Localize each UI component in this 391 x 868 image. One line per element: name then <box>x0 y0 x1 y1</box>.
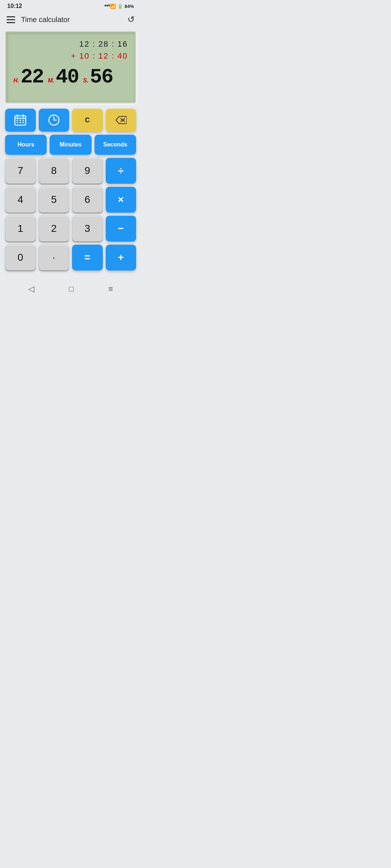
svg-rect-7 <box>17 122 18 123</box>
svg-rect-8 <box>20 122 21 123</box>
app-bar-left: Time calculator <box>7 16 70 24</box>
result-minutes-group: M. 40 <box>48 65 79 89</box>
minutes-btn-label: Minutes <box>60 141 81 148</box>
clear-button[interactable]: C <box>72 109 103 132</box>
svg-rect-4 <box>17 120 18 121</box>
calculator-display: 12 : 28 : 16 + 10 : 12 : 40 H. 22 M. 40 … <box>5 31 136 103</box>
result-hours-group: H. 22 <box>13 65 43 89</box>
bottom-nav: ◁ □ ≡ <box>0 278 141 299</box>
seconds-label: S. <box>83 77 88 84</box>
btn-7[interactable]: 7 <box>5 158 36 184</box>
btn-6[interactable]: 6 <box>72 187 103 213</box>
seconds-btn-label: Seconds <box>103 141 127 148</box>
result-display: H. 22 M. 40 S. 56 <box>13 65 128 89</box>
history-icon[interactable]: ↺ <box>127 14 135 25</box>
minutes-value: 40 <box>56 65 79 89</box>
battery-icon: 🔋 <box>117 4 123 9</box>
svg-rect-6 <box>22 120 24 121</box>
backspace-icon <box>115 116 127 124</box>
hours-button[interactable]: Hours <box>5 135 47 155</box>
app-title: Time calculator <box>21 16 70 24</box>
num-row-456: 4 5 6 × <box>5 187 136 213</box>
svg-rect-5 <box>20 120 21 121</box>
btn-5[interactable]: 5 <box>39 187 70 213</box>
status-bar: 10:12 ⁴⁴ᴳ📶 🔋 84% <box>0 0 141 11</box>
btn-1[interactable]: 1 <box>5 216 36 242</box>
clock-button[interactable] <box>39 109 70 132</box>
clear-label: C <box>85 116 90 124</box>
app-bar: Time calculator ↺ <box>0 11 141 28</box>
num-row-0: 0 · = + <box>5 244 136 271</box>
backspace-button[interactable] <box>106 109 136 132</box>
battery-level: 84% <box>125 4 134 9</box>
status-icons: ⁴⁴ᴳ📶 🔋 84% <box>104 4 134 9</box>
seconds-value: 56 <box>90 65 113 89</box>
status-time: 10:12 <box>7 3 22 9</box>
minutes-label: M. <box>48 77 54 84</box>
hamburger-menu[interactable] <box>7 16 15 23</box>
num-row-123: 1 2 3 − <box>5 216 136 242</box>
keypad: C Hours Minutes Seconds 7 8 9 <box>0 109 141 276</box>
hours-label: H. <box>13 77 19 84</box>
nav-back-icon[interactable]: ◁ <box>28 284 34 294</box>
display-line1: 12 : 28 : 16 <box>13 38 128 50</box>
btn-multiply[interactable]: × <box>106 187 136 213</box>
signal-icon: ⁴⁴ᴳ📶 <box>104 4 116 9</box>
btn-4[interactable]: 4 <box>5 187 36 213</box>
btn-divide[interactable]: ÷ <box>106 158 136 184</box>
btn-plus[interactable]: + <box>106 244 136 271</box>
display-lines: 12 : 28 : 16 + 10 : 12 : 40 <box>13 38 128 62</box>
btn-2[interactable]: 2 <box>39 216 70 242</box>
calendar-icon <box>14 114 26 126</box>
hours-btn-label: Hours <box>18 141 34 148</box>
btn-3[interactable]: 3 <box>72 216 103 242</box>
num-row-789: 7 8 9 ÷ <box>5 158 136 184</box>
btn-equals[interactable]: = <box>72 244 103 271</box>
unit-row: Hours Minutes Seconds <box>5 135 136 155</box>
hours-value: 22 <box>21 65 43 89</box>
nav-home-icon[interactable]: □ <box>69 284 73 294</box>
display-line2: + 10 : 12 : 40 <box>13 50 128 62</box>
svg-rect-9 <box>22 122 24 123</box>
btn-0[interactable]: 0 <box>5 244 36 271</box>
btn-minus[interactable]: − <box>106 216 136 242</box>
seconds-button[interactable]: Seconds <box>94 135 136 155</box>
minutes-button[interactable]: Minutes <box>50 135 91 155</box>
result-seconds-group: S. 56 <box>83 65 113 89</box>
btn-dot[interactable]: · <box>39 244 70 271</box>
func-row: C <box>5 109 136 132</box>
nav-menu-icon[interactable]: ≡ <box>108 284 113 294</box>
btn-8[interactable]: 8 <box>39 158 70 184</box>
btn-9[interactable]: 9 <box>72 158 103 184</box>
calendar-button[interactable] <box>5 109 36 132</box>
clock-icon <box>47 114 60 127</box>
